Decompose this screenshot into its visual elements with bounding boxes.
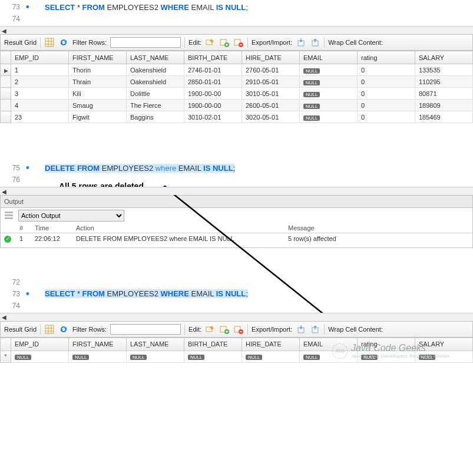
cell[interactable]: NULL (300, 100, 358, 111)
cell[interactable]: NULL (300, 76, 358, 88)
cell[interactable]: 2746-01-01 (184, 64, 242, 76)
cell[interactable]: 189809 (415, 100, 473, 111)
code-line[interactable]: 74 (0, 13, 473, 25)
result-grid-1[interactable]: EMP_IDFIRST_NAMELAST_NAMEBIRTH_DATEHIRE_… (0, 51, 473, 123)
cell[interactable]: 0 (358, 111, 415, 123)
table-row[interactable]: 23FigwitBaggins3010-02-013020-05-01NULL0… (1, 111, 473, 123)
table-row[interactable]: 2ThrainOakenshield2850-01-012910-05-01NU… (1, 76, 473, 88)
cell[interactable]: 2600-05-01 (242, 100, 300, 111)
table-row[interactable]: *NULLNULLNULLNULLNULLNULLNULLNULL (1, 351, 473, 362)
column-header[interactable]: rating (358, 51, 415, 64)
column-header[interactable]: LAST_NAME (127, 51, 184, 64)
cell[interactable]: NULL (69, 351, 127, 362)
export-icon[interactable] (296, 37, 306, 48)
column-header[interactable]: EMP_ID (11, 51, 69, 64)
add-row-icon[interactable] (219, 324, 230, 335)
cell[interactable]: 185469 (415, 111, 473, 123)
cell[interactable]: 2850-01-01 (184, 76, 242, 88)
cell[interactable]: NULL (11, 351, 69, 362)
cell[interactable]: Dolittle (127, 88, 184, 100)
scroll-left-icon[interactable]: ◀ (0, 313, 8, 322)
cell[interactable]: NULL (127, 351, 184, 362)
cell[interactable]: 1900-00-00 (184, 100, 242, 111)
cell[interactable]: Thorin (69, 64, 127, 76)
grid-view-icon[interactable] (44, 37, 55, 48)
cell[interactable]: 0 (358, 76, 415, 88)
new-row-indicator[interactable]: * (1, 351, 11, 362)
import-icon[interactable] (310, 37, 320, 48)
filter-rows-input[interactable] (110, 324, 181, 335)
delete-row-icon[interactable] (233, 324, 244, 335)
cell[interactable]: 3 (11, 88, 69, 100)
column-header[interactable]: SALARY (415, 51, 473, 64)
cell[interactable]: 3010-02-01 (184, 111, 242, 123)
table-row[interactable]: ▶1ThorinOakenshield2746-01-012760-05-01N… (1, 64, 473, 76)
delete-row-icon[interactable] (233, 37, 244, 48)
refresh-icon[interactable] (58, 324, 69, 335)
cell[interactable]: NULL (300, 351, 358, 362)
cell[interactable]: NULL (358, 351, 415, 362)
row-selector[interactable] (1, 111, 11, 123)
edit-row-icon[interactable] (205, 324, 216, 335)
cell[interactable]: Smaug (69, 100, 127, 111)
row-selector[interactable] (1, 100, 11, 111)
table-row[interactable]: 4SmaugThe Fierce1900-00-002600-05-01NULL… (1, 100, 473, 111)
cell[interactable]: NULL (300, 88, 358, 100)
cell[interactable]: 0 (358, 64, 415, 76)
column-header[interactable]: BIRTH_DATE (184, 51, 242, 64)
column-header[interactable]: SALARY (415, 338, 473, 351)
cell[interactable]: 0 (358, 100, 415, 111)
cell[interactable]: The Fierce (127, 100, 184, 111)
scroll-left-icon[interactable]: ◀ (0, 187, 8, 196)
scroll-left-icon[interactable]: ◀ (0, 27, 8, 35)
row-selector[interactable]: ▶ (1, 64, 11, 76)
sql-editor-1[interactable]: 73•SELECT * FROM EMPLOYEES2 WHERE EMAIL … (0, 0, 473, 26)
cell[interactable]: NULL (415, 351, 473, 362)
table-row[interactable]: 3KiliDolittle1900-00-003010-05-01NULL080… (1, 88, 473, 100)
cell[interactable]: NULL (300, 64, 358, 76)
cell[interactable]: Thrain (69, 76, 127, 88)
cell[interactable]: 1900-00-00 (184, 88, 242, 100)
result-grid-2[interactable]: EMP_IDFIRST_NAMELAST_NAMEBIRTH_DATEHIRE_… (0, 338, 473, 363)
cell[interactable]: NULL (300, 111, 358, 123)
cell[interactable]: 2760-05-01 (242, 64, 300, 76)
cell[interactable]: Baggins (127, 111, 184, 123)
column-header[interactable]: rating (358, 338, 415, 351)
code-line[interactable]: 73•SELECT * FROM EMPLOYEES2 WHERE EMAIL … (0, 1, 473, 13)
add-row-icon[interactable] (219, 37, 230, 48)
refresh-icon[interactable] (58, 37, 69, 48)
cell[interactable]: Kili (69, 88, 127, 100)
editor3-scrollbar[interactable]: ◀ (0, 313, 473, 321)
column-header[interactable]: FIRST_NAME (69, 338, 127, 351)
cell[interactable]: NULL (242, 351, 300, 362)
column-header[interactable]: EMAIL (300, 51, 358, 64)
cell[interactable]: 110295 (415, 76, 473, 88)
cell[interactable]: 80871 (415, 88, 473, 100)
cell[interactable]: 2910-05-01 (242, 76, 300, 88)
column-header[interactable]: FIRST_NAME (69, 51, 127, 64)
cell[interactable]: NULL (184, 351, 242, 362)
edit-row-icon[interactable] (205, 37, 216, 48)
filter-rows-input[interactable] (110, 37, 181, 48)
cell[interactable]: 3020-05-01 (242, 111, 300, 123)
row-selector[interactable] (1, 76, 11, 88)
column-header[interactable]: LAST_NAME (127, 338, 184, 351)
cell[interactable]: 2 (11, 76, 69, 88)
cell[interactable]: 23 (11, 111, 69, 123)
cell[interactable]: Figwit (69, 111, 127, 123)
column-header[interactable]: HIRE_DATE (242, 51, 300, 64)
cell[interactable]: 133535 (415, 64, 473, 76)
row-selector[interactable] (1, 88, 11, 100)
editor2-scrollbar[interactable]: ◀ (0, 187, 473, 195)
column-header[interactable]: BIRTH_DATE (184, 338, 242, 351)
cell[interactable]: Oakenshield (127, 76, 184, 88)
output-list-icon[interactable] (4, 210, 14, 222)
column-header[interactable]: EMP_ID (11, 338, 69, 351)
cell[interactable]: 0 (358, 88, 415, 100)
export-icon[interactable] (296, 324, 306, 335)
column-header[interactable]: HIRE_DATE (242, 338, 300, 351)
editor1-scrollbar[interactable]: ◀ (0, 26, 473, 34)
grid-view-icon[interactable] (44, 324, 55, 335)
output-type-select[interactable]: Action Output (18, 210, 124, 222)
column-header[interactable]: EMAIL (300, 338, 358, 351)
